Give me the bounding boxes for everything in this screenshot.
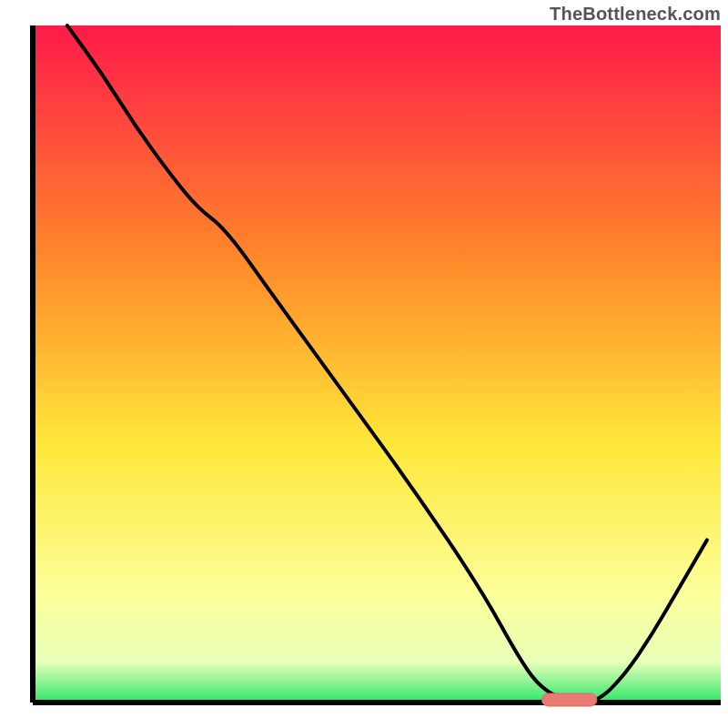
optimal-range-marker [541,693,596,706]
chart-container: TheBottleneck.com [0,0,728,728]
bottleneck-chart [0,0,728,728]
watermark-text: TheBottleneck.com [550,4,721,25]
